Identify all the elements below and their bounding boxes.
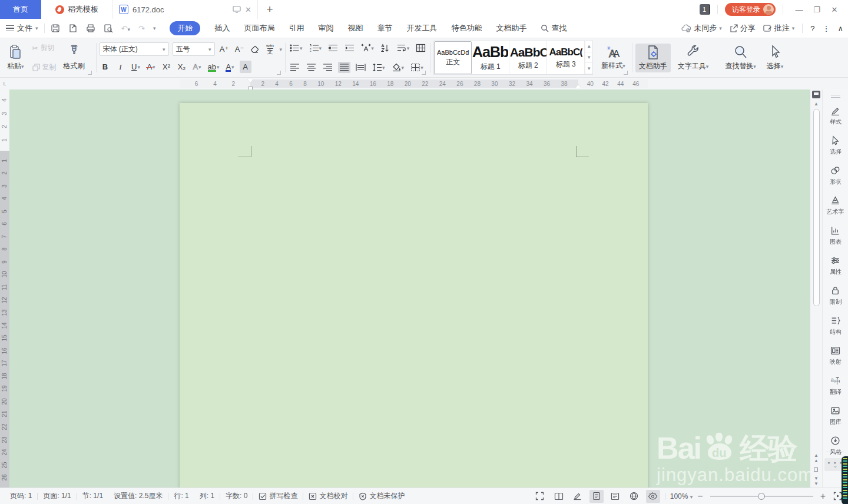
file-menu[interactable]: 文件 ▾ [6, 23, 38, 34]
tab-developer[interactable]: 开发工具 [406, 23, 437, 34]
more-menu-button[interactable]: ⋮ [822, 24, 830, 33]
tab-selector[interactable]: L [0, 78, 9, 89]
bold-button[interactable]: B [100, 61, 111, 73]
sidebar-item-properties[interactable]: 属性 [823, 251, 848, 281]
show-marks-button[interactable]: ▾ [396, 42, 411, 54]
close-button[interactable]: ✕ [826, 0, 843, 19]
write-mode-button[interactable] [571, 490, 585, 503]
tab-special-features[interactable]: 特色功能 [451, 23, 482, 34]
zoom-level-select[interactable]: 100% ▾ [670, 492, 693, 500]
distribute-button[interactable] [355, 62, 367, 73]
sync-status-button[interactable]: 未同步▾ [681, 23, 722, 34]
new-style-button[interactable]: AA✳ 新样式▾ [598, 44, 629, 72]
find-button[interactable]: 查找 [541, 23, 567, 34]
gallery-more-button[interactable]: ▼ [585, 63, 592, 74]
line-spacing-button[interactable]: ▾ [371, 62, 386, 73]
proofing-button[interactable]: 文档校对 [303, 491, 353, 501]
first-line-indent-marker[interactable] [247, 79, 253, 83]
sidebar-item-translate[interactable]: a中 翻译 [823, 371, 848, 401]
share-button[interactable]: 分享 [730, 23, 756, 34]
fullscreen-button[interactable] [533, 490, 547, 503]
tab-page-layout[interactable]: 页面布局 [244, 23, 274, 34]
tab-section[interactable]: 章节 [377, 23, 392, 34]
align-right-button[interactable] [322, 62, 334, 73]
zoom-out-button[interactable]: − [697, 491, 703, 502]
sidebar-item-restrict[interactable]: 限制 [823, 281, 848, 311]
text-to-table-button[interactable] [415, 42, 427, 54]
font-color-button[interactable]: A▾ [224, 61, 236, 73]
decrease-indent-button[interactable] [327, 42, 339, 54]
increase-indent-button[interactable] [343, 42, 356, 54]
sidebar-item-structure[interactable]: 结构 [823, 311, 848, 341]
dialog-launcher[interactable] [422, 71, 426, 75]
align-left-button[interactable] [289, 62, 301, 73]
print-icon[interactable] [86, 24, 95, 33]
tab-document[interactable]: W 6172.doc ✕ [113, 0, 258, 19]
horizontal-ruler[interactable]: L 642 2468101214161820222426283032343638… [0, 78, 848, 89]
dialog-launcher[interactable] [88, 71, 92, 75]
right-indent-marker[interactable] [575, 84, 581, 88]
scrollbar-thumb[interactable] [813, 109, 820, 306]
style-heading1[interactable]: AaBb 标题 1 [472, 41, 509, 74]
sidebar-item-style[interactable]: 样式 [823, 101, 848, 131]
help-button[interactable]: ? [810, 24, 814, 33]
qat-more-icon[interactable]: ▾ [153, 25, 156, 31]
vertical-ruler[interactable]: 4321 12345678910111213141516171819202122… [0, 89, 9, 488]
find-replace-button[interactable]: 查找替换▾ [721, 44, 760, 72]
strikethrough-button[interactable]: A▾ [145, 61, 157, 73]
close-tab-icon[interactable]: ✕ [245, 5, 251, 14]
scroll-up-arrow[interactable]: ▲ [814, 101, 819, 107]
sidebar-item-shapes[interactable]: 形状 [823, 161, 848, 191]
tab-home[interactable]: 首页 [0, 0, 41, 19]
tab-start[interactable]: 开始 [170, 21, 200, 35]
copy-button[interactable]: 复制 [32, 62, 57, 72]
eye-protection-button[interactable] [646, 490, 660, 503]
bullet-list-button[interactable]: ▾ [289, 42, 304, 54]
tab-template[interactable]: 稻壳模板 [41, 0, 113, 19]
ruler-toggle-icon[interactable] [812, 91, 820, 98]
superscript-button[interactable]: X² [161, 61, 173, 73]
sidebar-item-chart[interactable]: 图表 [823, 221, 848, 251]
zoom-in-button[interactable]: + [820, 491, 826, 502]
minimize-button[interactable]: — [790, 0, 808, 19]
web-layout-button[interactable] [627, 490, 641, 503]
document-page[interactable] [180, 103, 648, 488]
char-shading-button[interactable]: A [240, 61, 251, 73]
cut-button[interactable]: ✂ 剪切 [32, 43, 57, 53]
font-name-select[interactable]: 宋体 (正文)▾ [100, 42, 169, 56]
format-painter-button[interactable]: 格式刷 [60, 44, 88, 72]
new-tab-button[interactable]: + [258, 0, 281, 19]
justify-button[interactable] [338, 62, 350, 73]
tab-references[interactable]: 引用 [289, 23, 304, 34]
sidebar-handle-icon[interactable] [831, 93, 840, 100]
save-icon[interactable] [51, 24, 60, 33]
tab-view[interactable]: 视图 [347, 23, 363, 34]
zoom-slider-knob[interactable] [758, 493, 765, 500]
char-scale-button[interactable]: ▾ [360, 42, 375, 54]
font-size-select[interactable]: 五号▾ [173, 42, 215, 56]
pinyin-guide-button[interactable]: wén 文 [264, 43, 276, 55]
dialog-launcher[interactable] [624, 71, 628, 75]
paste-button[interactable]: 粘贴▾ [4, 44, 28, 72]
page-view-button[interactable] [589, 490, 604, 503]
sidebar-item-mapping[interactable]: 映射 [823, 341, 848, 371]
increase-font-button[interactable]: A⁺ [218, 43, 230, 55]
sort-button[interactable] [379, 42, 392, 54]
style-normal[interactable]: AaBbCcDd 正文 [434, 41, 472, 74]
protection-button[interactable]: 文档未保护 [353, 491, 410, 501]
dialog-launcher[interactable] [277, 71, 281, 75]
subscript-button[interactable]: X₂ [176, 61, 188, 73]
style-heading3[interactable]: AaBbC( 标题 3 [547, 41, 585, 74]
spell-check-button[interactable]: 拼写检查 [253, 491, 303, 501]
sidebar-item-select[interactable]: 选择 [823, 131, 848, 161]
text-tool-button[interactable]: 文字工具▾ [674, 44, 713, 72]
highlight-button[interactable]: ab▾ [207, 61, 221, 73]
document-canvas[interactable]: Bai du 经验 jingyan.baidu.com [9, 89, 810, 488]
guest-login-button[interactable]: 访客登录 [725, 3, 776, 16]
doc-assistant-button[interactable]: 文档助手 [635, 44, 671, 72]
sidebar-item-gallery[interactable]: 图库 [823, 401, 848, 431]
select-browse-object-button[interactable] [814, 467, 818, 472]
collapse-ribbon-button[interactable]: ∧ [837, 24, 843, 33]
next-page-button[interactable]: ▼▼ [814, 476, 819, 486]
status-word-count[interactable]: 字数: 0 [220, 491, 253, 501]
